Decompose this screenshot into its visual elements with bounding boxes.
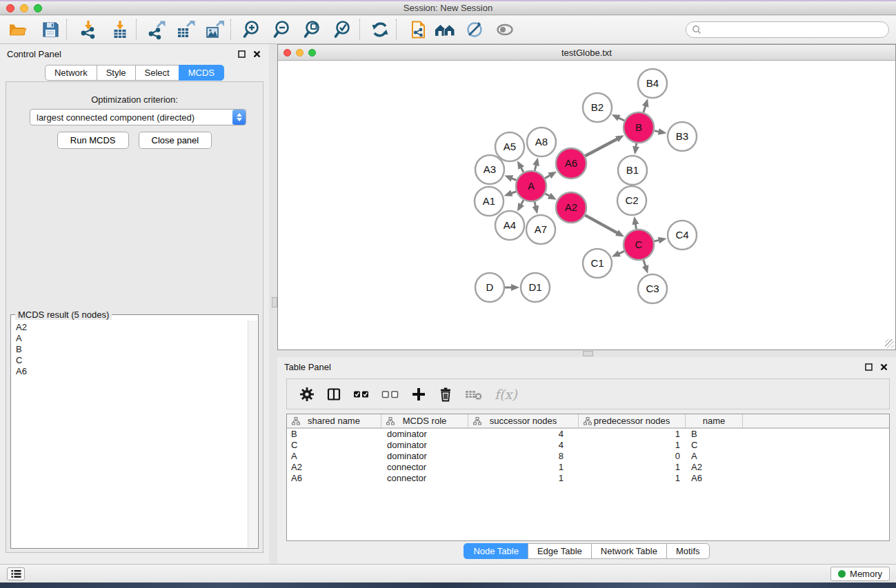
import-table-icon[interactable] — [108, 18, 132, 41]
column-header-successor-nodes[interactable]: successor nodes — [468, 414, 579, 427]
graph-edge-A-A3[interactable] — [512, 179, 517, 181]
main-toolbar — [0, 16, 896, 44]
network-canvas[interactable]: AA1A2A3A4A5A6A7A8BB1B2B3B4CC1C2C3C4DD1 — [278, 61, 895, 349]
cell-mcds-role: connector — [381, 462, 468, 473]
select-all-checkbox-icon[interactable] — [353, 387, 370, 402]
cell-mcds-role: dominator — [381, 451, 468, 462]
tab-select[interactable]: Select — [135, 65, 179, 81]
column-header-name[interactable]: name — [686, 414, 743, 427]
graph-node-label: A8 — [535, 136, 548, 148]
splitpane-handle-horizontal[interactable] — [583, 351, 593, 356]
tab-mcds[interactable]: MCDS — [179, 65, 224, 81]
float-panel-icon[interactable] — [236, 48, 247, 59]
graphics-details-icon[interactable] — [463, 18, 486, 41]
zoom-fit-icon[interactable] — [301, 18, 325, 41]
graph-node-label: B4 — [646, 77, 659, 89]
graph-edge-A-A6[interactable] — [545, 175, 550, 178]
column-header-mcds-role[interactable]: MCDS role — [381, 414, 468, 427]
tab-edge-table[interactable]: Edge Table — [528, 543, 592, 559]
open-file-icon[interactable] — [6, 18, 29, 41]
table-row[interactable]: A6connector11A6 — [287, 473, 889, 484]
graph-edge-C-C2[interactable] — [635, 224, 636, 230]
graph-edge-A-A4[interactable] — [521, 200, 524, 205]
node-table[interactable]: shared nameMCDS rolesuccessor nodesprede… — [286, 414, 890, 541]
memory-status-dot — [838, 570, 846, 578]
refresh-layout-icon[interactable] — [368, 18, 392, 41]
settings-gear-icon[interactable] — [299, 387, 315, 402]
graph-edge-C-C3[interactable] — [644, 260, 646, 267]
toolbar-separator — [66, 19, 67, 40]
task-history-button[interactable] — [7, 567, 25, 580]
float-panel-icon[interactable] — [863, 361, 874, 372]
result-item[interactable]: B — [16, 344, 248, 355]
tab-network-table[interactable]: Network Table — [591, 543, 667, 559]
network-window-titlebar[interactable]: testGlobe.txt — [278, 45, 895, 61]
mcds-result-title: MCDS result (5 nodes) — [15, 310, 112, 320]
cell-predecessor-nodes: 0 — [579, 451, 686, 462]
result-item[interactable]: A6 — [16, 366, 248, 377]
table-row[interactable]: Adominator80A — [287, 451, 889, 462]
result-scrollbar[interactable] — [248, 321, 257, 547]
close-panel-icon[interactable] — [878, 361, 889, 372]
birds-eye-icon[interactable] — [493, 18, 517, 41]
search-input[interactable] — [701, 23, 888, 37]
result-item[interactable]: C — [16, 355, 248, 366]
table-row[interactable]: A2connector11A2 — [287, 462, 889, 473]
criterion-dropdown[interactable]: largest connected component (directed) — [30, 109, 246, 125]
graph-edge-B-B3[interactable] — [655, 131, 659, 132]
graph-edge-B-B4[interactable] — [644, 105, 646, 112]
export-image-icon[interactable] — [203, 18, 226, 41]
export-table-icon[interactable] — [174, 18, 197, 41]
result-item[interactable]: A2 — [16, 322, 248, 333]
table-row[interactable]: Bdominator41B — [287, 429, 889, 440]
delete-table-icon[interactable] — [465, 387, 483, 402]
mcds-result-list[interactable]: A2ABCA6 — [12, 321, 248, 547]
tab-network[interactable]: Network — [45, 65, 97, 81]
criterion-value: largest connected component (directed) — [30, 112, 232, 123]
save-session-icon[interactable] — [39, 18, 62, 41]
graph-edge-A2-C[interactable] — [585, 215, 617, 233]
zoom-selected-icon[interactable] — [332, 18, 355, 41]
close-panel-icon[interactable] — [251, 48, 262, 59]
column-header-shared-name[interactable]: shared name — [287, 414, 381, 427]
graph-edge-C-C1[interactable] — [619, 251, 624, 254]
window-resize-grip[interactable] — [885, 339, 894, 348]
table-row[interactable]: Cdominator41C — [287, 440, 889, 451]
column-header-predecessor-nodes[interactable]: predecessor nodes — [579, 414, 686, 427]
show-columns-icon[interactable] — [326, 387, 341, 402]
table-toolbar: f(x) — [286, 378, 890, 409]
tab-node-table[interactable]: Node Table — [464, 543, 528, 559]
graph-edge-B-B2[interactable] — [619, 118, 625, 121]
import-network-icon[interactable] — [77, 18, 100, 41]
network-graph[interactable]: AA1A2A3A4A5A6A7A8BB1B2B3B4CC1C2C3C4DD1 — [278, 61, 895, 349]
graph-edge-B-B1[interactable] — [636, 143, 637, 148]
export-network-icon[interactable] — [145, 18, 168, 41]
duplicate-network-icon[interactable] — [406, 18, 430, 41]
graph-edge-A6-B[interactable] — [585, 139, 617, 156]
tab-style[interactable]: Style — [97, 65, 136, 81]
tab-motifs[interactable]: Motifs — [666, 543, 710, 559]
zoom-out-icon[interactable] — [271, 18, 295, 41]
zoom-in-icon[interactable] — [241, 18, 264, 41]
add-row-icon[interactable] — [411, 387, 426, 402]
graph-edge-A-A1[interactable] — [511, 192, 516, 194]
search-field[interactable] — [686, 21, 889, 38]
delete-row-icon[interactable] — [438, 387, 453, 402]
result-item[interactable]: A — [16, 333, 248, 344]
graph-edge-A-A8[interactable] — [535, 165, 536, 171]
graph-edge-C-C4[interactable] — [654, 240, 659, 241]
splitpane-handle-vertical[interactable] — [272, 297, 277, 307]
table-tabs: Node TableEdge TableNetwork TableMotifs — [277, 543, 896, 559]
memory-button[interactable]: Memory — [830, 567, 890, 581]
home-overview-icon[interactable] — [434, 18, 457, 41]
graph-node-label: A7 — [535, 223, 547, 235]
control-panel: Control Panel NetworkStyleSelectMCDS Opt… — [0, 44, 269, 564]
run-mcds-button[interactable]: Run MCDS — [57, 132, 129, 149]
cell-shared-name: A — [287, 451, 381, 462]
function-builder-icon[interactable]: f(x) — [495, 387, 517, 402]
deselect-all-checkbox-icon[interactable] — [381, 387, 399, 402]
graph-edge-A-A5[interactable] — [521, 168, 524, 172]
graph-edge-A-A2[interactable] — [545, 194, 550, 196]
graph-edge-A-A7[interactable] — [535, 201, 536, 206]
close-panel-button[interactable]: Close panel — [139, 132, 212, 149]
